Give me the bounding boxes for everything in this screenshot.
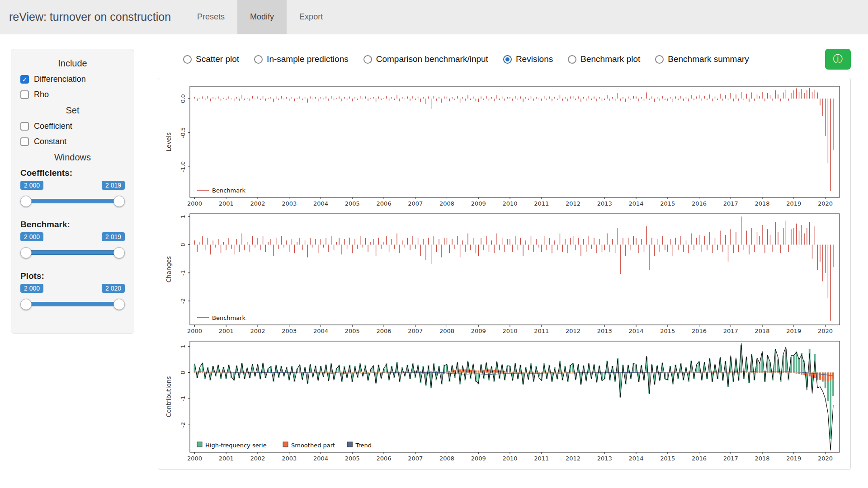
svg-text:2017: 2017 (723, 455, 738, 462)
slider-coefficients: Coefficients:2 0002 019 (20, 168, 125, 211)
svg-text:2008: 2008 (439, 328, 454, 334)
svg-text:Benchmark: Benchmark (212, 314, 246, 321)
svg-text:2006: 2006 (376, 328, 391, 334)
checkbox-differenciation[interactable]: ✓Differenciation (20, 75, 125, 84)
radio-button[interactable] (655, 55, 664, 64)
radio-button[interactable] (568, 55, 576, 64)
svg-text:2018: 2018 (755, 328, 770, 334)
radio-button[interactable] (254, 55, 263, 64)
svg-text:2012: 2012 (566, 455, 580, 462)
svg-text:2007: 2007 (408, 455, 423, 462)
slider-handle-left[interactable] (20, 196, 32, 207)
svg-text:2016: 2016 (692, 200, 707, 207)
svg-text:Changes: Changes (165, 256, 172, 283)
svg-text:Benchmark: Benchmark (212, 187, 246, 194)
svg-text:High-frequency serie: High-frequency serie (205, 442, 267, 449)
svg-text:2018: 2018 (755, 455, 770, 462)
radio-label: Revisions (516, 54, 553, 64)
radio-revisions[interactable]: Revisions (503, 54, 553, 64)
checkbox-constant[interactable]: Constant (20, 137, 125, 146)
svg-text:2015: 2015 (660, 328, 675, 334)
checkbox-rho[interactable]: Rho (20, 90, 125, 99)
svg-text:2005: 2005 (345, 455, 360, 462)
svg-text:2004: 2004 (313, 455, 328, 462)
slider-bar[interactable] (25, 250, 120, 255)
svg-text:-2: -2 (179, 298, 186, 304)
svg-text:2017: 2017 (723, 200, 738, 207)
checkbox-box[interactable] (20, 137, 29, 146)
svg-text:2009: 2009 (471, 200, 486, 207)
slider-to-value: 2 019 (102, 232, 125, 241)
svg-text:2007: 2007 (408, 328, 423, 334)
slider-handle-right[interactable] (113, 299, 125, 310)
svg-text:2002: 2002 (250, 328, 265, 334)
svg-text:2020: 2020 (818, 455, 833, 462)
svg-text:2015: 2015 (660, 200, 675, 207)
svg-text:2012: 2012 (566, 328, 580, 334)
range-slider: 2 0002 019 (20, 181, 125, 211)
radio-button[interactable] (503, 55, 512, 64)
svg-text:-2: -2 (179, 422, 186, 427)
slider-handle-right[interactable] (113, 196, 125, 207)
svg-text:2002: 2002 (250, 200, 265, 207)
svg-text:2008: 2008 (439, 200, 454, 207)
svg-text:2006: 2006 (376, 200, 391, 207)
radio-label: In-sample predictions (267, 54, 349, 64)
slider-title: Coefficients: (20, 168, 125, 178)
svg-text:2019: 2019 (786, 200, 801, 207)
slider-handle-left[interactable] (20, 299, 32, 310)
view-options-row: Scatter plotIn-sample predictionsCompari… (158, 49, 851, 70)
set-options: CoefficientConstant (19, 122, 126, 146)
slider-to-value: 2 019 (102, 181, 125, 190)
checkbox-label: Constant (34, 137, 66, 146)
svg-text:2013: 2013 (597, 328, 612, 334)
svg-text:2017: 2017 (723, 328, 738, 334)
app-title: reView: turnover on construction (0, 0, 184, 34)
checkbox-box[interactable] (20, 122, 29, 131)
radio-button[interactable] (183, 55, 192, 64)
charts-panel: 2000200120022003200420052006200720082009… (158, 78, 851, 470)
radio-button[interactable] (363, 55, 372, 64)
radio-scatter-plot[interactable]: Scatter plot (183, 54, 239, 64)
set-heading: Set (19, 105, 126, 116)
svg-text:2001: 2001 (219, 200, 234, 207)
sliders: Coefficients:2 0002 019Benchmark:2 0002 … (19, 168, 126, 314)
sidebar-panel: Include ✓DifferenciationRho Set Coeffici… (11, 49, 134, 334)
svg-text:Trend: Trend (355, 442, 372, 449)
svg-text:2014: 2014 (629, 455, 644, 462)
slider-handle-right[interactable] (113, 247, 125, 258)
slider-benchmark: Benchmark:2 0002 019 (20, 220, 125, 262)
svg-text:2002: 2002 (250, 455, 265, 462)
tab-modify[interactable]: Modify (237, 0, 287, 34)
tab-export[interactable]: Export (287, 0, 335, 34)
svg-text:2013: 2013 (597, 455, 612, 462)
radio-comparison-benchmark-input[interactable]: Comparison benchmark/input (363, 54, 488, 64)
check-icon[interactable]: ✓ (20, 75, 29, 84)
include-heading: Include (19, 58, 126, 69)
checkbox-box[interactable] (20, 90, 29, 99)
slider-title: Benchmark: (20, 220, 125, 230)
radio-in-sample-predictions[interactable]: In-sample predictions (254, 54, 349, 64)
info-button[interactable]: ⓘ (825, 49, 851, 70)
svg-text:2003: 2003 (282, 328, 297, 334)
slider-title: Plots: (20, 271, 125, 281)
tab-presets[interactable]: Presets (184, 0, 237, 34)
svg-text:2001: 2001 (219, 455, 234, 462)
slider-from-value: 2 000 (20, 284, 43, 293)
radio-benchmark-summary[interactable]: Benchmark summary (655, 54, 749, 64)
svg-text:0: 0 (179, 371, 186, 374)
navbar-tabs: PresetsModifyExport (184, 0, 335, 34)
radio-label: Benchmark summary (668, 54, 749, 64)
svg-text:2004: 2004 (313, 200, 328, 207)
view-radio-group: Scatter plotIn-sample predictionsCompari… (183, 54, 749, 64)
slider-handle-left[interactable] (20, 247, 32, 258)
range-slider: 2 0002 020 (20, 284, 125, 314)
checkbox-coefficient[interactable]: Coefficient (20, 122, 125, 131)
slider-bar[interactable] (25, 199, 120, 203)
windows-heading: Windows (19, 152, 126, 163)
radio-benchmark-plot[interactable]: Benchmark plot (568, 54, 640, 64)
range-slider: 2 0002 019 (20, 232, 125, 262)
slider-bar[interactable] (25, 302, 120, 306)
svg-text:-1: -1 (179, 270, 186, 276)
svg-text:2003: 2003 (282, 455, 297, 462)
